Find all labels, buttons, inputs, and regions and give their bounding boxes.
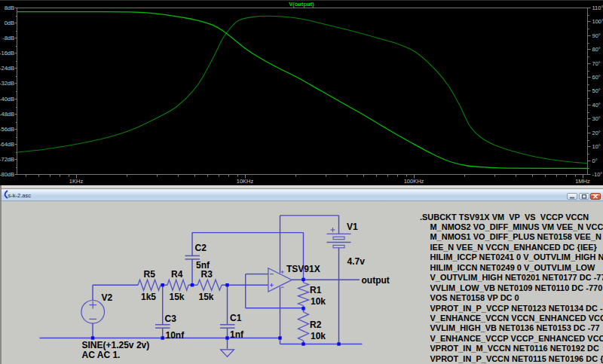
svg-text:-32dB: -32dB (0, 80, 14, 87)
svg-text:-64dB: -64dB (0, 141, 14, 148)
svg-text:20°: 20° (592, 130, 601, 136)
svg-text:output: output (362, 275, 390, 286)
svg-text:30°: 30° (592, 115, 601, 122)
svg-text:100KHz: 100KHz (404, 178, 424, 185)
svg-text:15k: 15k (170, 292, 185, 302)
svg-text:-72dB: -72dB (0, 156, 14, 163)
svg-text:90°: 90° (592, 32, 601, 39)
svg-text:1KHz: 1KHz (69, 178, 84, 185)
svg-text:10k: 10k (311, 296, 326, 307)
svg-text:R3: R3 (201, 269, 213, 280)
svg-text:1MHz: 1MHz (575, 178, 590, 185)
svg-text:-48dB: -48dB (0, 111, 14, 118)
svg-text:-40dB: -40dB (0, 96, 14, 102)
svg-text:15k: 15k (199, 292, 214, 302)
svg-text:C3: C3 (165, 314, 177, 324)
svg-text:0°: 0° (592, 158, 598, 164)
svg-text:10KHz: 10KHz (237, 178, 254, 185)
svg-text:-56dB: -56dB (0, 126, 14, 133)
svg-text:AC AC 1.: AC AC 1. (82, 350, 121, 360)
svg-text:8dB: 8dB (5, 5, 14, 11)
svg-text:1k5: 1k5 (141, 292, 156, 302)
svg-text:V2: V2 (102, 292, 113, 303)
svg-text:80°: 80° (592, 46, 601, 53)
svg-text:V(output): V(output) (289, 1, 314, 8)
svg-text:R5: R5 (144, 269, 156, 280)
svg-text:R4: R4 (171, 269, 183, 280)
svg-text:10°: 10° (592, 143, 601, 150)
svg-text:-10°: -10° (592, 171, 603, 178)
svg-text:C2: C2 (195, 243, 207, 253)
svg-text:SINE(+1.25v 2v): SINE(+1.25v 2v) (82, 340, 150, 350)
svg-text:-8dB: -8dB (2, 35, 14, 41)
svg-text:-80dB: -80dB (0, 171, 14, 178)
svg-text:10nf: 10nf (166, 330, 185, 341)
svg-text:60°: 60° (592, 74, 601, 81)
svg-text:110°: 110° (592, 5, 603, 11)
svg-text:5nf: 5nf (196, 260, 210, 271)
svg-text:70°: 70° (592, 60, 601, 67)
svg-text:100°: 100° (592, 18, 603, 25)
svg-text:TSV91X: TSV91X (286, 264, 320, 274)
svg-text:R1: R1 (310, 285, 322, 295)
svg-text:-16dB: -16dB (0, 50, 14, 57)
svg-text:50°: 50° (592, 87, 601, 94)
svg-text:-24dB: -24dB (0, 65, 14, 72)
svg-text:1nf: 1nf (230, 329, 244, 340)
svg-text:0dB: 0dB (5, 20, 14, 26)
svg-text:R2: R2 (310, 320, 322, 330)
svg-text:C1: C1 (230, 313, 242, 323)
svg-text:40°: 40° (592, 102, 601, 109)
svg-text:V1: V1 (347, 222, 358, 232)
svg-text:4.7v: 4.7v (347, 256, 366, 267)
svg-text:10k: 10k (311, 331, 326, 341)
